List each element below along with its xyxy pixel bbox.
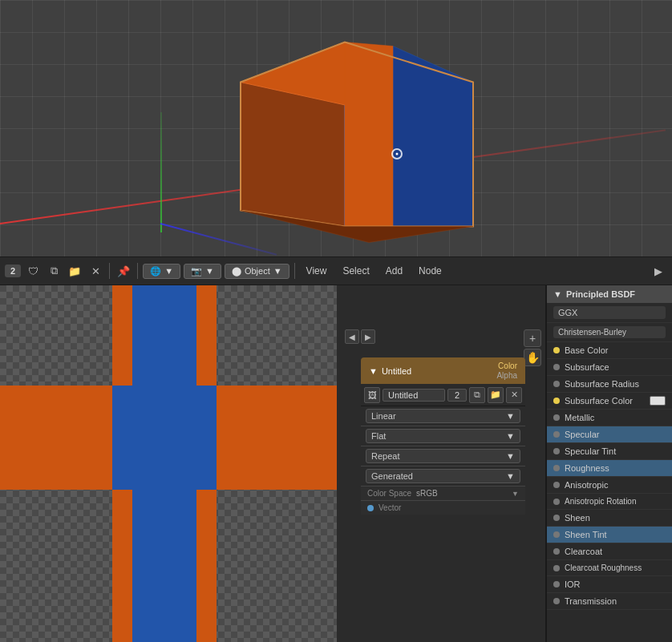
dropdown-arrow-src: ▼: [506, 471, 515, 481]
subsurface-label: Subsurface: [565, 362, 609, 372]
projection-dropdown[interactable]: Flat ▼: [366, 429, 520, 443]
alpha-output-label: Alpha: [496, 371, 517, 380]
folder-icon[interactable]: 📁: [66, 262, 83, 280]
subsurface-method-value[interactable]: Christensen-Burley: [553, 326, 666, 338]
view-menu[interactable]: View: [300, 264, 334, 278]
source-label: Generated: [371, 471, 413, 481]
anisotropic-socket: [553, 482, 560, 488]
pan-hand-button[interactable]: ✋: [524, 349, 541, 366]
img-copy-button[interactable]: ⧉: [469, 387, 485, 403]
transmission-label: Transmission: [565, 596, 617, 606]
img-icon-button[interactable]: 🖼: [364, 387, 380, 403]
anisotropic-rotation-label: Anisotropic Rotation: [565, 497, 637, 506]
subsurface-radius-row: Subsurface Radius: [547, 376, 672, 393]
node-header: ▼ Untitled Color Alpha: [361, 357, 525, 384]
clearcoat-roughness-row: Clearcoat Roughness: [547, 560, 672, 576]
subsurface-socket: [553, 364, 560, 370]
cube-object: [225, 16, 489, 256]
subsurface-method-row: Christensen-Burley: [547, 323, 672, 342]
cursor-dot: [391, 148, 403, 159]
dropdown-arrow-viewport: ▼: [164, 266, 173, 276]
vector-row: Vector: [361, 501, 525, 515]
svg-rect-14: [217, 386, 337, 490]
sheen-label: Sheen: [565, 513, 590, 523]
subsurface-color-label: Subsurface Color: [565, 396, 633, 406]
transmission-socket: [553, 598, 560, 604]
world-icon: 🌐: [150, 266, 161, 277]
image-name-field[interactable]: Untitled: [383, 389, 445, 402]
img-close-button[interactable]: ✕: [506, 387, 522, 403]
select-menu[interactable]: Select: [336, 264, 375, 278]
nav-right-button[interactable]: ▶: [361, 329, 375, 344]
colorspace-dropdown-arrow[interactable]: ▼: [512, 490, 519, 498]
distribution-row: GGX: [547, 303, 672, 323]
separator-1: [109, 263, 110, 279]
extension-dropdown[interactable]: Repeat ▼: [366, 449, 520, 463]
node-collapse-icon[interactable]: ▼: [369, 366, 378, 376]
svg-rect-19: [132, 490, 196, 642]
node-title: Untitled: [382, 366, 411, 376]
anisotropic-label: Anisotropic: [565, 480, 608, 490]
subsurface-row: Subsurface: [547, 359, 672, 376]
subsurface-color-socket: [553, 398, 560, 404]
ior-socket: [553, 581, 560, 587]
dropdown-arrow-mode: ▼: [273, 266, 282, 276]
close-icon[interactable]: ✕: [87, 262, 104, 280]
anisotropic-rotation-socket: [553, 499, 560, 505]
clearcoat-socket: [553, 548, 560, 555]
specular-socket: [553, 431, 560, 438]
bottom-area: + ✋ ◀ ▶ ▼ Untitled Color Alpha 🖼: [0, 285, 672, 642]
copy-icon[interactable]: ⧉: [45, 262, 63, 280]
node-menu[interactable]: Node: [412, 264, 448, 278]
source-dropdown[interactable]: Generated ▼: [366, 469, 520, 483]
vector-socket-dot: [367, 505, 374, 511]
ior-label: IOR: [565, 579, 581, 589]
shield-icon[interactable]: 🛡: [24, 262, 42, 280]
metallic-label: Metallic: [565, 413, 594, 422]
camera-icon: 📷: [191, 266, 202, 277]
subsurface-color-swatch[interactable]: [650, 396, 666, 406]
add-menu[interactable]: Add: [379, 264, 409, 278]
nav-left-button[interactable]: ◀: [345, 329, 359, 344]
extension-label: Repeat: [371, 451, 399, 461]
sheen-row: Sheen: [547, 510, 672, 527]
colorspace-row: Color Space sRGB ▼: [361, 487, 525, 501]
interpolation-row: Linear ▼: [361, 406, 525, 426]
svg-rect-18: [112, 386, 217, 490]
principled-bsdf-header: ▼ Principled BSDF: [547, 285, 672, 303]
clearcoat-row: Clearcoat: [547, 543, 672, 560]
interpolation-label: Linear: [371, 411, 396, 421]
dropdown-arrow-ext: ▼: [506, 451, 515, 461]
roughness-row: Roughness: [547, 460, 672, 477]
image-frame-field[interactable]: 2: [447, 389, 467, 402]
object-mode-label: Object: [245, 266, 270, 276]
distribution-value[interactable]: GGX: [553, 306, 666, 319]
viewport-overlay-dropdown[interactable]: 📷 ▼: [184, 264, 221, 279]
clearcoat-roughness-label: Clearcoat Roughness: [565, 563, 642, 572]
arrow-right-icon[interactable]: ▶: [650, 262, 667, 280]
section-collapse-icon[interactable]: ▼: [553, 289, 562, 299]
pin-icon[interactable]: 📌: [115, 262, 132, 280]
vector-label: Vector: [379, 503, 423, 512]
viewport-type-dropdown[interactable]: 🌐 ▼: [143, 264, 180, 279]
image-texture-node: ▼ Untitled Color Alpha 🖼 Untitled 2 ⧉ 📁 …: [361, 357, 525, 515]
shader-panel[interactable]: + ✋ ◀ ▶ ▼ Untitled Color Alpha 🖼: [0, 285, 545, 642]
extension-row: Repeat ▼: [361, 446, 525, 466]
specular-tint-row: Specular Tint: [547, 443, 672, 460]
svg-rect-17: [132, 285, 196, 386]
interpolation-dropdown[interactable]: Linear ▼: [366, 409, 520, 423]
shading-dropdown[interactable]: ⬤ Object ▼: [225, 264, 289, 279]
specular-tint-socket: [553, 448, 560, 454]
sphere-icon: ⬤: [232, 266, 241, 277]
projection-label: Flat: [371, 431, 386, 441]
dropdown-arrow-interp: ▼: [506, 411, 515, 421]
base-color-socket: [553, 347, 560, 353]
zoom-in-button[interactable]: +: [524, 329, 541, 347]
layer-num[interactable]: 2: [5, 264, 21, 277]
image-toolbar: 🖼 Untitled 2 ⧉ 📁 ✕: [361, 384, 525, 406]
dropdown-arrow-proj: ▼: [506, 431, 515, 441]
specular-row: Specular: [547, 426, 672, 443]
3d-viewport[interactable]: [0, 0, 672, 256]
img-folder-button[interactable]: 📁: [488, 387, 504, 403]
sheen-tint-row: Sheen Tint: [547, 527, 672, 543]
